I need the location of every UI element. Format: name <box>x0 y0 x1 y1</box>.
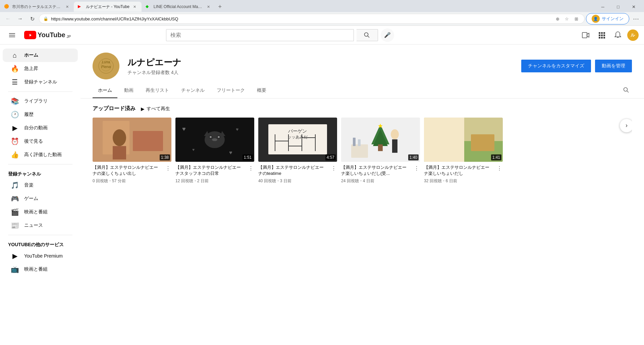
user-avatar[interactable]: ル <box>627 29 639 41</box>
sidebar-item-history[interactable]: 🕐 履歴 <box>3 108 78 121</box>
sidebar-item-movies[interactable]: 🎬 映画と番組 <box>3 205 78 219</box>
video-thumb-1: 1:38 <box>93 118 171 162</box>
video-1-info: 【満月】エステサロンルナピエーナの楽しくちょい出し 0 回視聴・57 分前 <box>93 164 162 184</box>
minimize-button[interactable]: ─ <box>595 1 610 13</box>
tab-channels[interactable]: チャンネル <box>176 83 210 98</box>
video-card-4[interactable]: 1:40 【満月】エステサロンルナピエーナ楽しいちょいだし(受... 24 回視… <box>341 118 420 184</box>
section-title: アップロード済み <box>93 105 136 112</box>
tab-playlists[interactable]: 再生リスト <box>140 83 174 98</box>
youtube-logo[interactable]: YouTubeJP <box>24 31 71 39</box>
tab-2[interactable]: ▶ ルナピエーナ - YouTube ✕ <box>74 2 142 12</box>
video-5-more-button[interactable]: ⋮ <box>496 164 503 184</box>
sidebar-item-my-videos[interactable]: ▶ 自分の動画 <box>3 121 78 135</box>
sidebar-item-trending[interactable]: 🔥 急上昇 <box>3 62 78 75</box>
maximize-button[interactable]: □ <box>610 1 626 13</box>
svg-rect-11 <box>599 34 600 36</box>
channel-search-button[interactable] <box>621 84 632 97</box>
tab-freetalk[interactable]: フリートーク <box>211 83 250 98</box>
sidebar-label-premium: YouTube Premium <box>24 253 63 259</box>
tab-about[interactable]: 概要 <box>252 83 272 98</box>
tab-home[interactable]: ホーム <box>93 83 117 98</box>
menu-button[interactable] <box>5 28 19 42</box>
video-1-title: 【満月】エステサロンルナピエーナの楽しくちょい出し <box>93 164 162 177</box>
add-to-reading-icon[interactable]: ⊕ <box>553 15 561 23</box>
svg-rect-1 <box>9 35 15 36</box>
video-1-more-button[interactable]: ⋮ <box>165 164 171 184</box>
tab-3-close[interactable]: ✕ <box>206 4 211 9</box>
tab-3-favicon: ◆ <box>146 4 151 9</box>
channel-avatar-inner: Luna Piena <box>93 53 119 79</box>
sidebar-item-liked[interactable]: 👍 高く評価した動画 <box>3 148 78 161</box>
sidebar-item-subscriptions[interactable]: ☰ 登録チャンネル <box>3 75 78 89</box>
tab-2-close[interactable]: ✕ <box>132 4 138 9</box>
forward-button[interactable]: → <box>15 13 25 24</box>
video-3-more-button[interactable]: ⋮ <box>330 164 337 184</box>
notifications-button[interactable] <box>611 28 625 42</box>
sidebar-item-music[interactable]: 🎵 音楽 <box>3 179 78 192</box>
search-button[interactable] <box>357 29 378 41</box>
sidebar-label-my-videos: 自分の動画 <box>24 125 48 131</box>
customize-channel-button[interactable]: チャンネルをカスタマイズ <box>521 60 591 72</box>
svg-text:Piena: Piena <box>101 65 111 69</box>
video-card-1[interactable]: 1:38 【満月】エステサロンルナピエーナの楽しくちょい出し 0 回視聴・57 … <box>93 118 171 184</box>
video-4-more-button[interactable]: ⋮ <box>413 164 420 184</box>
browser-signin-button[interactable]: 👤 サインイン <box>586 13 629 24</box>
svg-rect-10 <box>603 32 605 34</box>
collection-icon[interactable]: ⊞ <box>572 15 580 23</box>
tab-videos[interactable]: 動画 <box>119 83 139 98</box>
play-all-label: すべて再生 <box>147 106 170 112</box>
video-4-stats: 24 回視聴・4 日前 <box>341 178 411 184</box>
video-card-3[interactable]: バーゲン ッッあみだ 4:57 <box>258 118 337 184</box>
create-video-button[interactable] <box>579 28 592 42</box>
svg-text:♥: ♥ <box>229 150 232 155</box>
sidebar-item-watch-later[interactable]: ⏰ 後で見る <box>3 135 78 148</box>
browser-more-button[interactable]: ⋯ <box>631 13 641 24</box>
address-lock-icon: 🔒 <box>43 16 48 21</box>
sidebar-item-home[interactable]: ⌂ ホーム <box>3 49 78 62</box>
back-button[interactable]: ← <box>3 13 13 24</box>
home-icon: ⌂ <box>11 52 19 59</box>
tab-1[interactable]: 🟠 市川市のトータルエステティックサロ… ✕ <box>0 2 74 12</box>
youtube-header: YouTubeJP 🎤 ル <box>0 26 644 45</box>
play-all-button[interactable]: ▶ すべて再生 <box>141 106 170 112</box>
main-content: Luna Piena ルナピエーナ チャンネル登録者数 4人 チャンネルをカスタ… <box>80 45 644 345</box>
carousel-next-button[interactable]: › <box>620 119 632 132</box>
svg-rect-28 <box>113 146 126 159</box>
tab-2-favicon: ▶ <box>78 4 83 9</box>
address-actions: ⊕ ☆ ⊞ <box>553 15 580 23</box>
sidebar-item-news[interactable]: 📰 ニュース <box>3 219 78 232</box>
video-thumb-4: 1:40 <box>341 118 420 162</box>
video-thumb-3: バーゲン ッッあみだ 4:57 <box>258 118 337 162</box>
close-button[interactable]: ✕ <box>626 1 641 13</box>
svg-rect-16 <box>603 37 605 39</box>
video-card-5[interactable]: 1:41 【満月】エステサロンルナピエーナ楽しいちょいだし 32 回視聴・6 日… <box>424 118 503 184</box>
video-2-more-button[interactable]: ⋮ <box>248 164 254 184</box>
mic-button[interactable]: 🎤 <box>381 28 394 42</box>
tab-1-close[interactable]: ✕ <box>64 4 70 9</box>
music-icon: 🎵 <box>11 181 19 189</box>
premium-icon: ▶ <box>11 252 19 260</box>
sidebar-item-premium[interactable]: ▶ YouTube Premium <box>3 249 78 263</box>
sidebar-label-watch-later: 後で見る <box>24 138 43 144</box>
sidebar-item-movies-tv[interactable]: 📺 映画と番組 <box>3 263 78 276</box>
video-card-2[interactable]: ♥ ♥ ♥ ♥ 1:51 【満月】エステサロンルナピエーナスタッフネコの日常 <box>175 118 254 184</box>
star-icon[interactable]: ☆ <box>563 15 571 23</box>
video-5-stats: 32 回視聴・6 日前 <box>424 178 493 184</box>
manage-videos-button[interactable]: 動画を管理 <box>595 60 632 72</box>
sidebar-item-gaming[interactable]: 🎮 ゲーム <box>3 192 78 205</box>
refresh-button[interactable]: ↻ <box>27 13 38 24</box>
video-3-duration: 4:57 <box>325 154 336 160</box>
channel-info: ルナピエーナ チャンネル登録者数 4人 <box>127 57 513 76</box>
video-1-stats: 0 回視聴・57 分前 <box>93 178 162 184</box>
svg-text:バーゲン: バーゲン <box>288 129 307 134</box>
search-box[interactable] <box>166 29 354 41</box>
apps-button[interactable] <box>595 28 608 42</box>
tab-3[interactable]: ◆ LINE Official Account Manager ✕ <box>142 2 215 12</box>
video-5-duration: 1:41 <box>491 154 501 160</box>
new-tab-button[interactable]: + <box>215 2 225 11</box>
search-input[interactable] <box>166 32 354 38</box>
youtube-logo-icon <box>24 31 36 39</box>
svg-text:ッッあみだ: ッッあみだ <box>287 135 308 139</box>
sidebar-item-library[interactable]: 📚 ライブラリ <box>3 94 78 108</box>
address-box[interactable]: 🔒 https://www.youtube.com/channel/UCRe1A… <box>39 14 585 24</box>
